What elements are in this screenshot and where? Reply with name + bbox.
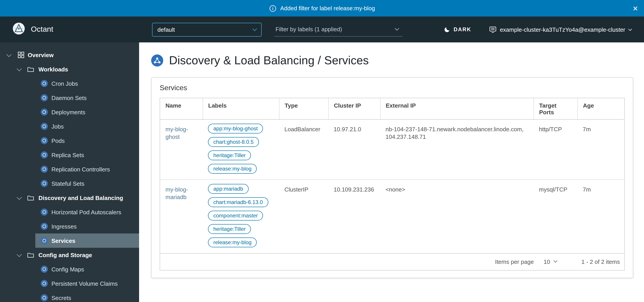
k8s-resource-icon <box>41 266 48 273</box>
label-pill[interactable]: heritage:Tiller <box>208 224 251 234</box>
cluster-context-dropdown[interactable]: example-cluster-ka3TuTzYo4a@example-clus… <box>489 26 632 33</box>
label-pill[interactable]: app:my-blog-ghost <box>208 124 263 134</box>
body-row: OverviewWorkloadsCron JobsDaemon SetsDep… <box>0 42 644 302</box>
chevron-down-icon[interactable] <box>6 52 12 57</box>
services-table: NameLabelsTypeCluster IPExternal IPTarge… <box>160 98 625 271</box>
column-header-cluster-ip: Cluster IP <box>328 98 380 119</box>
table-row: my-blog-mariadbapp:mariadbchart:mariadb-… <box>160 180 624 253</box>
label-pill-row: component:master <box>208 211 274 221</box>
label-pill[interactable]: release:my-blog <box>208 238 257 247</box>
column-header-name: Name <box>160 98 202 119</box>
folder-icon <box>27 252 34 258</box>
table-header-row: NameLabelsTypeCluster IPExternal IPTarge… <box>160 98 624 119</box>
chevron-down-icon[interactable] <box>17 195 22 200</box>
sidebar-item-daemon-sets[interactable]: Daemon Sets <box>35 91 139 105</box>
app-name: Octant <box>31 25 53 34</box>
column-header-external-ip: External IP <box>380 98 534 119</box>
label-pill[interactable]: chart:ghost-8.0.5 <box>208 137 259 147</box>
sidebar-item-ingresses[interactable]: Ingresses <box>35 219 139 233</box>
close-icon[interactable]: ✕ <box>632 5 638 12</box>
folder-icon <box>27 66 34 72</box>
folder-icon <box>27 195 34 201</box>
k8s-resource-icon <box>41 137 48 144</box>
theme-toggle-label: DARK <box>454 26 471 33</box>
sidebar-item-horizontal-pod-autoscalers[interactable]: Horizontal Pod Autoscalers <box>35 205 139 219</box>
k8s-resource-icon <box>41 208 48 216</box>
sidebar-item-label: Persistent Volume Claims <box>52 280 118 287</box>
sidebar-item-label: Deployments <box>52 109 86 115</box>
sidebar-item-overview[interactable]: Overview <box>0 48 139 62</box>
namespace-dropdown[interactable]: default <box>152 22 262 36</box>
sidebar-item-replica-sets[interactable]: Replica Sets <box>35 148 139 162</box>
label-pill[interactable]: component:master <box>208 211 263 221</box>
external-ip-cell: nb-104-237-148-71.newark.nodebalancer.li… <box>380 119 534 180</box>
label-pill-row: heritage:Tiller <box>208 151 274 160</box>
sidebar-item-label: Stateful Sets <box>52 180 84 187</box>
chevron-down-icon <box>252 26 257 31</box>
sidebar-item-label: Overview <box>28 52 54 58</box>
k8s-resource-icon <box>41 180 48 187</box>
chevron-down-icon[interactable] <box>17 66 22 71</box>
page-size-value: 10 <box>544 259 550 265</box>
sidebar-item-label: Discovery and Load Balancing <box>38 194 123 201</box>
k8s-resource-icon <box>41 94 48 101</box>
sidebar-item-cron-jobs[interactable]: Cron Jobs <box>35 76 139 91</box>
theme-toggle-button[interactable]: DARK <box>444 26 471 33</box>
octant-logo-icon <box>12 22 26 37</box>
sidebar-item-replication-controllers[interactable]: Replication Controllers <box>35 162 139 176</box>
age-cell: 7m <box>577 180 624 253</box>
sidebar-item-label: Cron Jobs <box>52 80 78 87</box>
table-row: my-blog-ghostapp:my-blog-ghostchart:ghos… <box>160 119 624 180</box>
page-size-select[interactable]: 10 <box>544 259 557 265</box>
sidebar-item-deployments[interactable]: Deployments <box>35 105 139 119</box>
age-cell: 7m <box>577 119 624 180</box>
service-name-link[interactable]: my-blog-mariadb <box>166 186 188 200</box>
app-header: Octant default Filter by labels (1 appli… <box>0 16 644 42</box>
sidebar-item-stateful-sets[interactable]: Stateful Sets <box>35 176 139 191</box>
type-cell: ClusterIP <box>279 180 328 253</box>
label-pill-row: app:mariadb <box>208 184 274 194</box>
label-pill[interactable]: release:my-blog <box>208 164 257 174</box>
sidebar-item-workloads[interactable]: Workloads <box>0 62 139 76</box>
label-pill-row: chart:ghost-8.0.5 <box>208 137 274 147</box>
service-name-link[interactable]: my-blog-ghost <box>166 126 188 140</box>
k8s-resource-icon <box>41 80 48 87</box>
sidebar-item-config-and-storage[interactable]: Config and Storage <box>0 248 139 262</box>
chevron-down-icon <box>628 27 632 31</box>
label-filter-dropdown[interactable]: Filter by labels (1 applied) <box>274 22 402 36</box>
sidebar-item-label: Secrets <box>52 295 71 301</box>
k8s-resource-icon <box>41 109 48 116</box>
label-pill[interactable]: app:mariadb <box>208 184 248 194</box>
label-pill-row: chart:mariadb-6.13.0 <box>208 197 274 207</box>
info-icon <box>269 5 276 12</box>
notification-banner: Added filter for label release:my-blog ✕ <box>0 0 644 16</box>
brand: Octant <box>0 22 139 37</box>
sidebar-item-secrets[interactable]: Secrets <box>35 291 139 302</box>
label-pill-row: release:my-blog <box>208 164 274 174</box>
label-pill-row: release:my-blog <box>208 238 274 247</box>
external-ip-cell: <none> <box>380 180 534 253</box>
k8s-resource-icon <box>41 280 48 287</box>
type-cell: LoadBalancer <box>279 119 328 180</box>
page-title-row: Discovery & Load Balancing / Services <box>151 54 633 67</box>
chevron-down-icon[interactable] <box>17 252 22 257</box>
label-pill[interactable]: chart:mariadb-6.13.0 <box>208 197 268 207</box>
discovery-load-balancing-icon <box>151 55 163 67</box>
table-footer: Items per page 10 1 - 2 of 2 items <box>160 253 624 270</box>
label-filter-value: Filter by labels (1 applied) <box>276 26 342 33</box>
sidebar-item-label: Services <box>52 237 75 244</box>
sidebar-item-config-maps[interactable]: Config Maps <box>35 262 139 276</box>
sidebar-item-services[interactable]: Services <box>35 233 139 248</box>
sidebar-nav: OverviewWorkloadsCron JobsDaemon SetsDep… <box>0 42 139 302</box>
sidebar-item-pods[interactable]: Pods <box>35 134 139 148</box>
sidebar-item-label: Jobs <box>52 123 64 130</box>
label-pill[interactable]: heritage:Tiller <box>208 151 251 160</box>
sidebar-item-jobs[interactable]: Jobs <box>35 119 139 134</box>
target-ports-cell: http/TCP <box>534 119 577 180</box>
pagination-range: 1 - 2 of 2 items <box>582 259 620 265</box>
sidebar-item-label: Replication Controllers <box>52 166 110 172</box>
sidebar-item-label: Replica Sets <box>52 151 84 158</box>
sidebar-item-label: Horizontal Pod Autoscalers <box>52 209 121 215</box>
sidebar-item-persistent-volume-claims[interactable]: Persistent Volume Claims <box>35 276 139 291</box>
sidebar-item-discovery-and-load-balancing[interactable]: Discovery and Load Balancing <box>0 191 139 205</box>
